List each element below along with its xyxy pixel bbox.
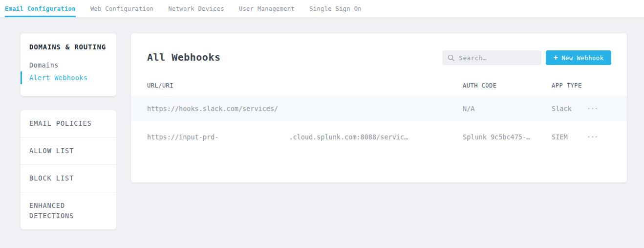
table-row: https://hooks.slack.com/services/ N/A Sl… [131,96,627,121]
sidebar-item-block-list[interactable]: BLOCK LIST [21,164,116,192]
redacted-url-segment [279,105,399,113]
redacted-url-segment [219,134,288,141]
sidebar-domains-routing-card: DOMAINS & ROUTING Domains Alert Webhooks [21,33,116,96]
search-input[interactable] [459,54,532,62]
sidebar-item-alert-webhooks[interactable]: Alert Webhooks [21,71,116,84]
tab-email-configuration[interactable]: Email Configuration [5,0,76,17]
app-type-cell: Slack [552,96,572,121]
sidebar-item-enhanced-detections[interactable]: ENHANCED DETECTIONS [21,192,116,229]
auth-code-cell: N/A [463,96,474,121]
table-header-row: URL/URI AUTH CODE APP TYPE [131,82,627,92]
plus-icon: + [554,54,558,62]
webhook-url-text: .cloud.splunk.com:8088/servic… [289,133,408,141]
sidebar-item-domains[interactable]: Domains [21,59,116,71]
page-background: Email Configuration Web Configuration Ne… [0,0,644,248]
sidebar-sections-card: EMAIL POLICIES ALLOW LIST BLOCK LIST ENH… [21,110,116,229]
table-body: https://hooks.slack.com/services/ N/A Sl… [131,96,627,153]
row-actions-cell: ••• [585,96,601,121]
column-header-app-type: APP TYPE [552,82,582,89]
row-actions-cell: ••• [585,124,601,150]
all-webhooks-card: All Webhooks + New Webhook URL/URI AUTH … [131,33,627,182]
auth-code-cell: Splunk 9c5bc475-… [463,124,530,150]
webhook-url-text: https://hooks.slack.com/services/ [147,105,278,113]
more-actions-icon[interactable]: ••• [585,103,601,114]
new-webhook-button[interactable]: + New Webhook [546,50,611,65]
webhook-url-cell: https://hooks.slack.com/services/ [147,96,400,121]
tab-network-devices[interactable]: Network Devices [169,0,224,17]
tab-web-configuration[interactable]: Web Configuration [90,0,154,17]
top-navigation: Email Configuration Web Configuration Ne… [0,0,644,18]
table-row: https://input-prd- .cloud.splunk.com:808… [131,124,627,150]
webhook-url-text: https://input-prd- [147,133,218,141]
tab-user-management[interactable]: User Management [239,0,295,17]
tab-single-sign-on[interactable]: Single Sign On [309,0,362,17]
sidebar-item-email-policies[interactable]: EMAIL POLICIES [21,110,116,137]
webhook-url-cell: https://input-prd- .cloud.splunk.com:808… [147,124,408,150]
sidebar-item-allow-list[interactable]: ALLOW LIST [21,137,116,164]
new-webhook-button-label: New Webhook [561,54,603,62]
page-title: All Webhooks [147,51,221,63]
app-type-cell: SIEM [552,124,568,150]
search-box[interactable] [442,50,541,65]
column-header-auth-code: AUTH CODE [463,82,497,89]
more-actions-icon[interactable]: ••• [585,132,601,142]
sidebar-heading-domains-routing: DOMAINS & ROUTING [21,43,116,51]
search-icon [448,54,454,61]
column-header-url-uri: URL/URI [147,82,173,89]
